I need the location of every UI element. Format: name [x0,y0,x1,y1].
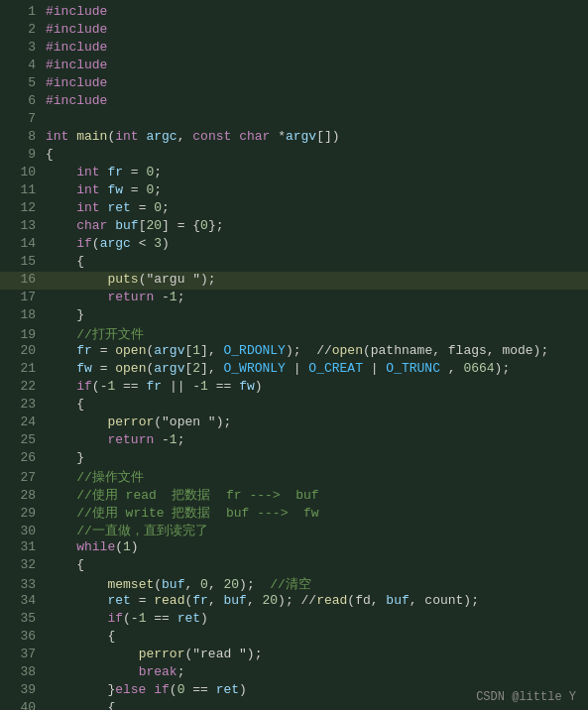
line-content: #include [46,40,115,55]
line-number: 18 [8,307,36,322]
table-row: 10 int fr = 0; [0,165,588,182]
line-content: { [46,629,115,644]
line-number: 29 [8,506,36,521]
line-number: 32 [8,557,36,572]
table-row: 26 } [0,450,588,468]
line-number: 27 [8,470,36,485]
table-row: 17 return -1; [0,290,588,307]
line-number: 25 [8,432,36,447]
line-number: 13 [8,218,36,233]
line-number: 30 [8,524,36,538]
table-row: 5#include [0,75,588,93]
table-row: 32 { [0,557,588,575]
line-content: //一直做，直到读完了 [46,522,208,539]
line-content: return -1; [46,290,184,304]
table-row: 13 char buf[20] = {0}; [0,218,588,236]
line-content: #include [46,22,115,37]
table-row: 25 return -1; [0,432,588,450]
line-number: 12 [8,200,36,215]
line-number: 7 [8,111,36,126]
line-content: if(argc < 3) [46,236,170,251]
table-row: 21 fw = open(argv[2], O_WRONLY | O_CREAT… [0,361,588,379]
line-content: { [46,147,54,162]
footer-credit: CSDN @little Y [476,690,576,704]
line-number: 20 [8,343,36,358]
table-row: 16 puts("argu "); [0,272,588,290]
line-number: 40 [8,700,36,710]
line-content: } [46,450,84,465]
line-number: 19 [8,327,36,342]
line-number: 8 [8,129,36,144]
line-content: perror("read "); [46,647,262,661]
line-number: 17 [8,290,36,304]
line-number: 38 [8,664,36,679]
table-row: 19 //打开文件 [0,325,588,343]
line-number: 37 [8,647,36,661]
table-row: 6#include [0,93,588,111]
table-row: 27 //操作文件 [0,468,588,486]
line-number: 33 [8,577,36,592]
table-row: 36 { [0,629,588,647]
table-row: 22 if(-1 == fr || -1 == fw) [0,379,588,397]
line-content: if(-1 == fr || -1 == fw) [46,379,263,394]
code-editor: 1#include 2#include 3#include 4#include … [0,0,588,710]
table-row: 4#include [0,58,588,75]
line-content: fw = open(argv[2], O_WRONLY | O_CREAT | … [46,361,510,376]
table-row: 14 if(argc < 3) [0,236,588,254]
table-row: 37 perror("read "); [0,647,588,664]
line-content: //使用 read 把数据 fr ---> buf [46,486,319,504]
table-row: 31 while(1) [0,539,588,557]
table-row: 8int main(int argc, const char *argv[]) [0,129,588,147]
line-number: 2 [8,22,36,37]
line-content: { [46,700,115,710]
table-row: 28 //使用 read 把数据 fr ---> buf [0,486,588,504]
table-row: 20 fr = open(argv[1], O_RDONLY); //open(… [0,343,588,361]
line-content: { [46,557,84,572]
line-content: while(1) [46,539,139,554]
line-content: //打开文件 [46,325,144,343]
line-number: 28 [8,488,36,503]
table-row: 7 [0,111,588,129]
table-row: 9{ [0,147,588,165]
line-content: int main(int argc, const char *argv[]) [46,129,340,144]
line-content: }else if(0 == ret) [46,682,247,697]
line-content: //使用 write 把数据 buf ---> fw [46,504,319,522]
line-number: 22 [8,379,36,394]
line-number: 34 [8,593,36,608]
line-number: 23 [8,397,36,412]
line-content: char buf[20] = {0}; [46,218,224,233]
line-content: { [46,254,84,269]
line-content: //操作文件 [46,468,144,486]
line-content: ret = read(fr, buf, 20); //read(fd, buf,… [46,593,479,608]
line-content: fr = open(argv[1], O_RDONLY); //open(pat… [46,343,548,358]
line-number: 10 [8,165,36,179]
line-number: 31 [8,539,36,554]
line-number: 6 [8,93,36,108]
table-row: 35 if(-1 == ret) [0,611,588,629]
line-content: #include [46,93,115,108]
table-row: 12 int ret = 0; [0,200,588,218]
line-content: int ret = 0; [46,200,170,215]
line-number: 4 [8,58,36,72]
table-row: 38 break; [0,664,588,682]
line-number: 16 [8,272,36,287]
line-content: return -1; [46,432,184,447]
table-row: 2#include [0,22,588,40]
line-number: 26 [8,450,36,465]
table-row: 3#include [0,40,588,58]
line-number: 21 [8,361,36,376]
table-row: 34 ret = read(fr, buf, 20); //read(fd, b… [0,593,588,611]
line-number: 5 [8,75,36,90]
table-row: 23 { [0,397,588,414]
line-number: 15 [8,254,36,269]
table-row: 15 { [0,254,588,272]
line-number: 24 [8,414,36,429]
line-number: 36 [8,629,36,644]
line-content: perror("open "); [46,414,231,429]
table-row: 24 perror("open "); [0,414,588,432]
line-content: if(-1 == ret) [46,611,208,626]
line-content: #include [46,58,115,72]
line-number: 3 [8,40,36,55]
line-number: 39 [8,682,36,697]
table-row: 11 int fw = 0; [0,182,588,200]
